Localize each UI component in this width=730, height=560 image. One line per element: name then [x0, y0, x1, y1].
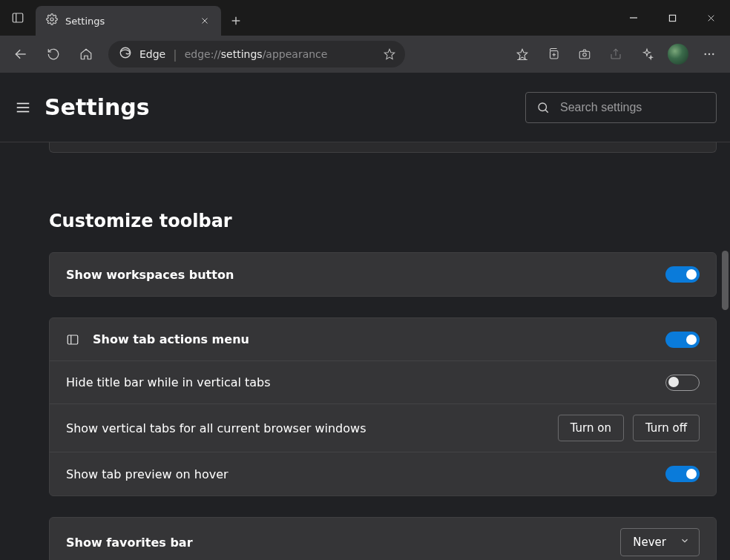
svg-point-20 — [583, 53, 587, 57]
address-bar[interactable]: Edge | edge://settings/appearance — [108, 41, 405, 67]
browser-tab[interactable]: Settings — [36, 6, 221, 36]
svg-rect-30 — [68, 335, 78, 344]
tab-preview-label: Show tab preview on hover — [66, 467, 652, 481]
svg-point-24 — [712, 53, 714, 55]
screenshot-button[interactable] — [570, 39, 599, 69]
hide-titlebar-toggle[interactable] — [665, 375, 700, 391]
favorites-button[interactable] — [507, 39, 537, 69]
collections-button[interactable] — [539, 39, 568, 69]
svg-line-29 — [545, 110, 548, 113]
workspaces-label: Show workspaces button — [66, 268, 652, 282]
gear-icon — [46, 13, 58, 28]
search-input[interactable] — [560, 101, 708, 114]
more-button[interactable] — [694, 39, 724, 69]
favorites-bar-value: Never — [633, 536, 666, 549]
share-button[interactable] — [601, 39, 631, 69]
content-area: Customize toolbar Show workspaces button… — [0, 142, 730, 560]
profile-avatar[interactable] — [668, 44, 688, 65]
close-window-button[interactable] — [691, 3, 730, 33]
back-button[interactable] — [6, 39, 36, 69]
svg-point-22 — [705, 53, 706, 55]
favorites-bar-select[interactable]: Never — [620, 528, 700, 556]
svg-point-2 — [50, 18, 53, 21]
workspaces-toggle[interactable] — [665, 266, 700, 283]
svg-marker-13 — [384, 49, 395, 59]
new-tab-button[interactable] — [221, 6, 251, 36]
page-title: Settings — [45, 94, 150, 120]
svg-rect-19 — [579, 51, 590, 59]
hide-titlebar-label: Hide title bar while in vertical tabs — [66, 375, 652, 389]
svg-rect-8 — [669, 15, 675, 21]
window-controls — [614, 3, 730, 33]
turn-off-button[interactable]: Turn off — [633, 415, 700, 441]
search-icon — [536, 101, 550, 114]
favorites-bar-label: Show favorites bar — [66, 536, 607, 550]
tab-actions-label: Show tab actions menu — [93, 332, 652, 346]
workspaces-card: Show workspaces button — [49, 252, 717, 297]
tab-actions-button[interactable] — [0, 0, 36, 36]
minimize-button[interactable] — [614, 3, 653, 33]
tabs-card: Show tab actions menu Hide title bar whi… — [49, 317, 717, 496]
add-favorite-button[interactable] — [378, 47, 401, 61]
scrollbar-thumb[interactable] — [722, 251, 729, 310]
refresh-button[interactable] — [39, 39, 68, 69]
navbar: Edge | edge://settings/appearance — [0, 36, 730, 73]
search-box[interactable] — [525, 92, 717, 123]
settings-header: Settings — [0, 73, 730, 142]
separator: | — [173, 47, 177, 62]
tab-preview-toggle[interactable] — [665, 466, 700, 482]
vertical-tabs-all-label: Show vertical tabs for all current brows… — [66, 421, 545, 435]
tab-title: Settings — [65, 16, 190, 27]
previous-card-edge — [49, 142, 717, 153]
sparkle-button[interactable] — [632, 39, 662, 69]
edge-icon — [119, 46, 132, 62]
turn-on-button[interactable]: Turn on — [558, 415, 624, 441]
close-tab-button[interactable] — [197, 11, 212, 31]
svg-marker-14 — [517, 49, 527, 59]
titlebar: Settings — [0, 0, 730, 36]
url-text: edge://settings/appearance — [185, 48, 328, 60]
svg-point-12 — [120, 47, 131, 58]
svg-rect-0 — [13, 13, 23, 22]
maximize-button[interactable] — [653, 3, 691, 33]
menu-button[interactable] — [15, 99, 31, 116]
tab-actions-toggle[interactable] — [665, 332, 700, 348]
chevron-down-icon — [680, 536, 690, 549]
site-label: Edge — [139, 48, 165, 60]
section-title: Customize toolbar — [49, 211, 717, 231]
favorites-card: Show favorites bar Never — [49, 517, 717, 560]
tab-actions-icon — [66, 333, 79, 346]
svg-point-28 — [539, 103, 547, 111]
svg-point-23 — [708, 53, 710, 55]
home-button[interactable] — [71, 39, 101, 69]
